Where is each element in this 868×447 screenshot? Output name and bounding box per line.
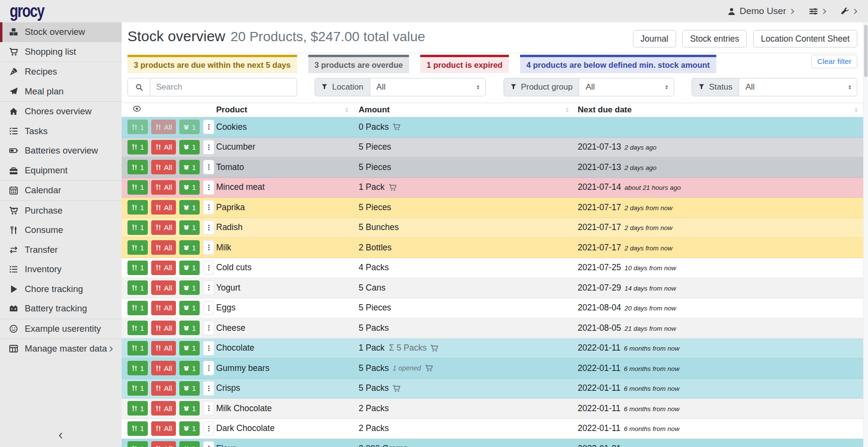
column-header-product[interactable]: Product [216,103,359,117]
consume-one-button[interactable]: 1 [127,280,148,295]
row-menu-button[interactable] [203,261,214,275]
consume-all-button[interactable]: All [151,160,176,174]
sidebar-item-batteries-overview[interactable]: Batteries overview [0,141,122,161]
sidebar-item-stock-overview[interactable]: Stock overview [0,22,122,42]
open-one-button[interactable]: 1 [179,361,200,375]
column-visibility-toggle[interactable] [122,103,216,117]
location-select[interactable]: All [370,78,486,96]
admin-menu[interactable] [841,7,858,15]
consume-all-button[interactable]: All [151,200,176,215]
journal-button[interactable]: Journal [633,30,676,47]
sidebar-item-equipment[interactable]: Equipment [0,161,122,181]
consume-one-button[interactable]: 1 [127,401,148,416]
column-header-next-due-date[interactable]: Next due date [578,103,863,117]
open-one-button[interactable]: 1 [179,120,200,134]
consume-all-button[interactable]: All [151,401,176,416]
sidebar-item-tasks[interactable]: Tasks [0,122,122,141]
sort-icon[interactable] [853,107,859,113]
consume-one-button[interactable]: 1 [127,441,148,447]
open-one-button[interactable]: 1 [179,421,200,436]
row-menu-button[interactable] [203,421,214,436]
consume-all-button[interactable]: All [151,180,176,195]
open-one-button[interactable]: 1 [179,341,200,355]
open-one-button[interactable]: 1 [179,261,200,275]
consume-one-button[interactable]: 1 [127,120,148,134]
consume-one-button[interactable]: 1 [127,421,148,436]
row-menu-button[interactable] [203,381,214,396]
sidebar-item-shopping-list[interactable]: Shopping list [0,42,122,62]
row-menu-button[interactable] [203,361,214,375]
sort-icon[interactable] [344,107,350,113]
shopping-cart-icon[interactable] [389,184,396,191]
status-select[interactable]: All [739,78,857,96]
consume-one-button[interactable]: 1 [127,160,148,174]
consume-one-button[interactable]: 1 [127,220,148,235]
row-menu-button[interactable] [203,180,214,195]
row-menu-button[interactable] [203,441,214,447]
scrollbar-track[interactable] [863,22,868,447]
open-one-button[interactable]: 1 [179,441,200,447]
location-content-sheet-button[interactable]: Location Content Sheet [753,30,857,47]
clear-filter-button[interactable]: Clear filter [811,55,857,68]
sidebar-item-inventory[interactable]: Inventory [0,260,122,279]
row-menu-button[interactable] [203,301,214,315]
consume-all-button[interactable]: All [151,361,176,375]
row-menu-button[interactable] [203,140,214,154]
sidebar-item-purchase[interactable]: Purchase [0,201,122,221]
open-one-button[interactable]: 1 [179,280,200,295]
sidebar-item-transfer[interactable]: Transfer [0,240,122,260]
stock-entries-button[interactable]: Stock entries [682,30,747,47]
user-menu[interactable]: Demo User [727,6,795,16]
open-one-button[interactable]: 1 [179,140,200,154]
shopping-cart-icon[interactable] [393,123,400,131]
search-input[interactable] [150,78,297,96]
row-menu-button[interactable] [203,321,214,335]
open-one-button[interactable]: 1 [179,321,200,335]
sidebar-item-battery-tracking[interactable]: Battery tracking [0,299,122,319]
row-menu-button[interactable] [203,160,214,174]
alert-danger[interactable]: 1 product is expired [420,55,509,73]
shopping-cart-icon[interactable] [393,385,400,392]
consume-one-button[interactable]: 1 [127,140,148,154]
consume-one-button[interactable]: 1 [127,361,148,375]
consume-all-button[interactable]: All [151,441,176,447]
consume-one-button[interactable]: 1 [127,301,148,315]
consume-all-button[interactable]: All [151,261,176,275]
consume-all-button[interactable]: All [151,140,176,154]
open-one-button[interactable]: 1 [179,160,200,174]
alert-primary[interactable]: 4 products are below defined min. stock … [520,55,716,73]
consume-all-button[interactable]: All [151,120,176,134]
open-one-button[interactable]: 1 [179,301,200,315]
row-menu-button[interactable] [203,280,214,295]
consume-one-button[interactable]: 1 [127,321,148,335]
open-one-button[interactable]: 1 [179,220,200,235]
scrollbar-thumb[interactable] [864,25,868,77]
consume-one-button[interactable]: 1 [127,180,148,195]
consume-one-button[interactable]: 1 [127,261,148,275]
sidebar-item-chores-overview[interactable]: Chores overview [0,102,122,122]
sort-icon[interactable] [564,107,570,113]
consume-one-button[interactable]: 1 [127,200,148,215]
open-one-button[interactable]: 1 [179,381,200,396]
consume-all-button[interactable]: All [151,381,176,396]
sidebar-item-recipes[interactable]: Recipes [0,62,122,82]
consume-one-button[interactable]: 1 [127,381,148,396]
settings-menu[interactable] [809,7,827,16]
consume-all-button[interactable]: All [151,421,176,436]
shopping-cart-icon[interactable] [425,364,433,372]
open-one-button[interactable]: 1 [179,180,200,195]
row-menu-button[interactable] [203,341,214,355]
row-menu-button[interactable] [203,120,214,134]
alert-warning[interactable]: 3 products are due within the next 5 day… [127,55,297,73]
consume-one-button[interactable]: 1 [127,240,148,255]
consume-all-button[interactable]: All [151,240,176,255]
shopping-cart-icon[interactable] [430,344,438,352]
column-header-amount[interactable]: Amount [359,103,578,117]
sidebar-collapse-button[interactable] [0,432,122,441]
consume-all-button[interactable]: All [151,220,176,235]
product-group-select[interactable]: All [579,78,673,96]
row-menu-button[interactable] [203,240,214,255]
consume-all-button[interactable]: All [151,321,176,335]
sidebar-item-consume[interactable]: Consume [0,220,122,240]
open-one-button[interactable]: 1 [179,401,200,416]
